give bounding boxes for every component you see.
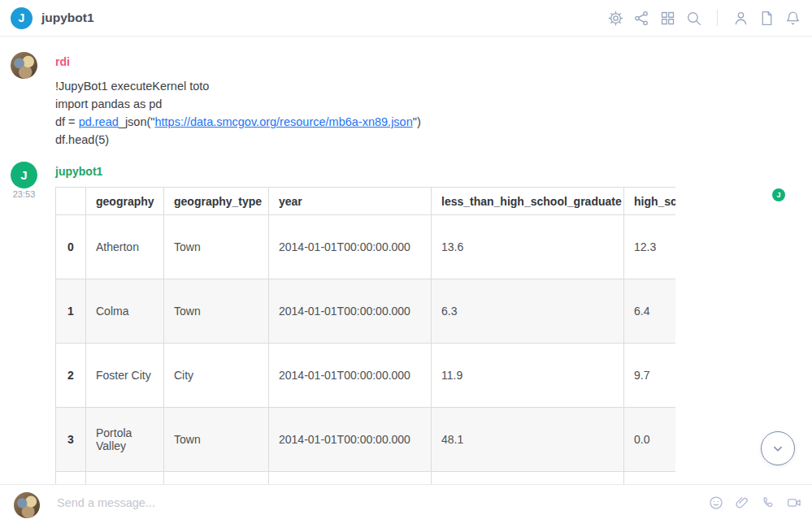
table-cell: 3	[56, 408, 86, 472]
composer-user-avatar	[14, 492, 40, 518]
table-cell: 2014-01-01T00:00:00.000	[269, 279, 432, 344]
table-cell: 2014-01-01T00:00:00.000	[269, 344, 432, 408]
file-icon[interactable]	[758, 10, 775, 27]
table-row: 2Foster CityCity2014-01-01T00:00:00.0001…	[56, 344, 676, 408]
table-cell	[432, 472, 624, 485]
table-cell	[86, 472, 164, 485]
bot-avatar[interactable]: J	[11, 162, 37, 188]
bot-username[interactable]: jupybot1	[55, 165, 102, 178]
message-line: import pandas as pd	[55, 95, 421, 113]
channel-avatar[interactable]: J	[11, 7, 33, 29]
message-line: df.head(5)	[55, 131, 421, 149]
bell-icon[interactable]	[784, 10, 801, 27]
table-cell	[56, 472, 86, 485]
table-cell: Atherton	[86, 215, 164, 279]
video-icon[interactable]	[786, 495, 802, 511]
column-header: geography_type	[164, 188, 269, 215]
table-cell: 2	[56, 344, 86, 408]
channel-header: J jupybot1	[0, 0, 812, 37]
table-cell: 1	[56, 279, 86, 344]
table-cell	[164, 472, 269, 485]
bot-status-badge: J	[772, 188, 785, 201]
code-text: df =	[55, 115, 79, 128]
column-header	[56, 188, 86, 215]
table-cell: 12.3	[624, 215, 676, 279]
code-text: _json("	[119, 115, 155, 128]
user-icon[interactable]	[732, 10, 749, 27]
table-row: 1ColmaTown2014-01-01T00:00:00.0006.36.4	[56, 279, 676, 344]
message-composer	[0, 484, 812, 519]
table-cell: 9.7	[624, 344, 676, 408]
column-header: geography	[86, 188, 164, 215]
table-header-row: geographygeography_typeyearless_than_hig…	[56, 188, 676, 215]
settings-icon[interactable]	[607, 10, 624, 27]
table-cell: 48.1	[432, 408, 624, 472]
chevron-down-icon	[769, 439, 787, 457]
message-line: df = pd.read_json("https://data.smcgov.o…	[55, 113, 421, 131]
table-cell: Colma	[86, 279, 164, 344]
table-cell	[624, 472, 676, 485]
table-cell: Town	[164, 279, 269, 344]
phone-icon[interactable]	[760, 495, 776, 511]
column-header: year	[269, 188, 432, 215]
share-icon[interactable]	[633, 10, 650, 27]
column-header: less_than_high_school_graduate	[432, 188, 624, 215]
table-row: 3Portola ValleyTown2014-01-01T00:00:00.0…	[56, 408, 676, 472]
code-text: ")	[413, 115, 421, 128]
dataframe-table-container: geographygeography_typeyearless_than_hig…	[55, 187, 675, 484]
username[interactable]: rdi	[55, 55, 70, 68]
table-row	[56, 472, 676, 485]
table-cell: 13.6	[432, 215, 624, 279]
message-line: !JupyBot1 executeKernel toto	[55, 77, 421, 95]
table-cell: 0.0	[624, 408, 676, 472]
channel-title: jupybot1	[41, 11, 94, 25]
header-divider	[717, 10, 718, 26]
table-cell: 6.4	[624, 279, 676, 344]
table-cell: Foster City	[86, 344, 164, 408]
attachment-icon[interactable]	[734, 495, 750, 511]
apps-grid-icon[interactable]	[659, 10, 676, 27]
jump-to-bottom-button[interactable]	[761, 431, 795, 465]
link-data-url[interactable]: https://data.smcgov.org/resource/mb6a-xn…	[154, 115, 412, 128]
table-cell	[269, 472, 432, 485]
column-header: high_sc	[624, 188, 676, 215]
table-cell: 6.3	[432, 279, 624, 344]
table-cell: Portola Valley	[86, 408, 164, 472]
message-body: !JupyBot1 executeKernel toto import pand…	[55, 77, 421, 149]
table-cell: Town	[164, 408, 269, 472]
table-row: 0AthertonTown2014-01-01T00:00:00.00013.6…	[56, 215, 676, 279]
table-cell: Town	[164, 215, 269, 279]
table-cell: 11.9	[432, 344, 624, 408]
table-cell: 0	[56, 215, 86, 279]
emoji-icon[interactable]	[708, 495, 724, 511]
search-icon[interactable]	[685, 10, 702, 27]
message-timestamp: 23:53	[6, 189, 42, 199]
user-avatar[interactable]	[11, 52, 37, 79]
message-list: rdi !JupyBot1 executeKernel toto import …	[0, 37, 812, 484]
dataframe-table: geographygeography_typeyearless_than_hig…	[55, 187, 675, 484]
table-cell: 2014-01-01T00:00:00.000	[269, 215, 432, 279]
table-cell: City	[164, 344, 269, 408]
table-cell: 2014-01-01T00:00:00.000	[269, 408, 432, 472]
message-input[interactable]	[57, 485, 675, 519]
link-pd-read[interactable]: pd.read	[79, 115, 119, 128]
